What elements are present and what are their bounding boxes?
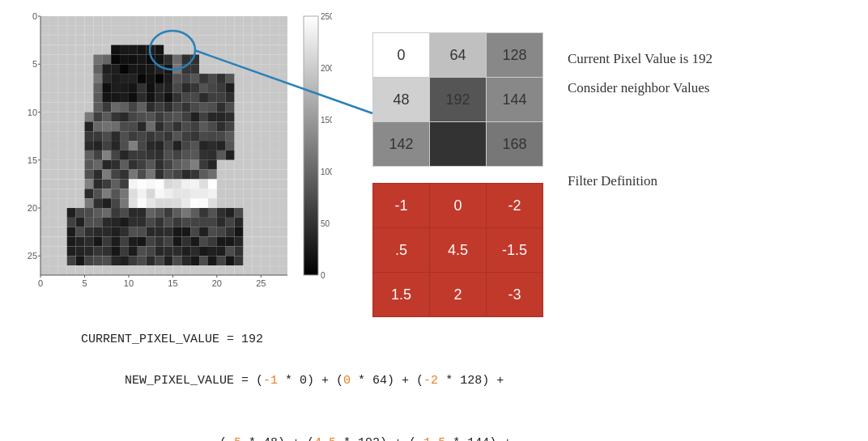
pixel-cell: 0 (373, 33, 430, 78)
neighbor-values-label: Consider neighbor Values (568, 78, 713, 99)
filter-cell: .5 (373, 228, 430, 273)
formula-line-1: CURRENT_PIXEL_VALUE = 192 (81, 329, 836, 350)
formula-line-3: (.5 * 48) + (4.5 * 192) + (-1.5 * 144) + (81, 412, 836, 441)
filter-cell: -2 (487, 184, 543, 228)
main-container: 06412848192144142226168 -10-2.54.5-1.51.… (0, 0, 868, 441)
filter-cell: -3 (487, 273, 543, 317)
filter-cell: 0 (430, 184, 487, 228)
filter-cell: 1.5 (373, 273, 430, 317)
grids-column: 06412848192144142226168 -10-2.54.5-1.51.… (372, 32, 543, 317)
grids-and-labels: 06412848192144142226168 -10-2.54.5-1.51.… (372, 32, 852, 317)
pixel-cell: 226 (430, 122, 487, 167)
formula-val-neg1: -1 (263, 374, 278, 388)
pixel-cell: 168 (487, 122, 543, 167)
pixel-cell: 142 (373, 122, 430, 167)
formula-new-pixel-prefix: NEW_PIXEL_VALUE = ( (125, 374, 263, 388)
pixel-cell: 128 (487, 33, 543, 78)
filter-cell: -1 (373, 184, 430, 228)
right-section: 06412848192144142226168 -10-2.54.5-1.51.… (372, 8, 852, 317)
pixel-cell: 48 (373, 78, 430, 122)
filter-cell: 2 (430, 273, 487, 317)
filter-definition-label: Filter Definition (568, 171, 713, 192)
pixel-cell: 144 (487, 78, 543, 122)
formula-section: CURRENT_PIXEL_VALUE = 192 NEW_PIXEL_VALU… (16, 317, 852, 441)
current-pixel-label: Current Pixel Value is 192 (568, 49, 713, 70)
top-section: 06412848192144142226168 -10-2.54.5-1.51.… (16, 8, 852, 317)
filter-cell: -1.5 (487, 228, 543, 273)
pixel-cell: 64 (430, 33, 487, 78)
formula-line-2: NEW_PIXEL_VALUE = (-1 * 0) + (0 * 64) + … (81, 350, 836, 413)
filter-cell: 4.5 (430, 228, 487, 273)
pixel-cell: 192 (430, 78, 487, 122)
labels-column: Current Pixel Value is 192 Consider neig… (568, 32, 713, 192)
filter-grid: -10-2.54.5-1.51.52-3 (372, 183, 543, 317)
pixel-grid: 06412848192144142226168 (372, 32, 543, 167)
chart-area (16, 8, 364, 303)
